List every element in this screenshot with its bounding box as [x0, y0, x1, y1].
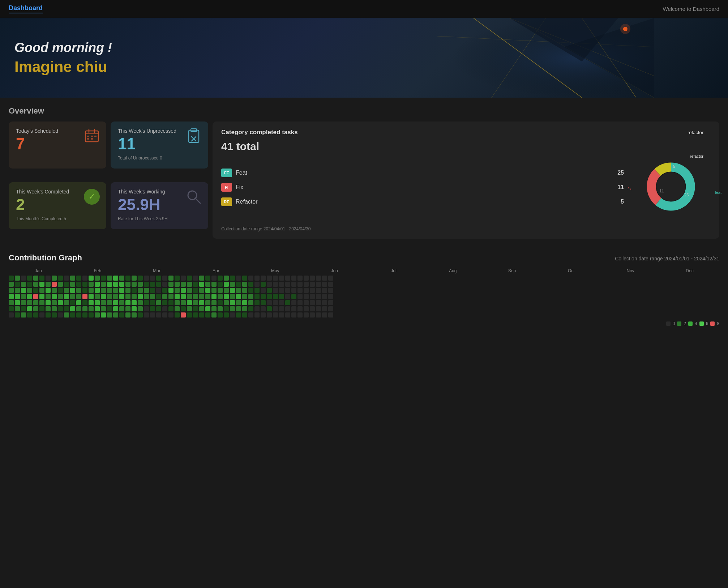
contrib-cell[interactable] [193, 282, 198, 287]
contrib-cell[interactable] [285, 276, 290, 281]
contrib-cell[interactable] [273, 306, 278, 311]
contrib-cell[interactable] [119, 306, 124, 311]
contrib-cell[interactable] [304, 276, 309, 281]
contrib-cell[interactable] [107, 300, 112, 305]
contrib-cell[interactable] [138, 306, 143, 311]
contrib-cell[interactable] [58, 294, 63, 299]
contrib-cell[interactable] [224, 300, 229, 305]
contrib-cell[interactable] [328, 276, 333, 281]
contrib-cell[interactable] [27, 276, 32, 281]
contrib-cell[interactable] [70, 306, 75, 311]
contrib-cell[interactable] [156, 288, 161, 293]
contrib-cell[interactable] [82, 282, 87, 287]
contrib-cell[interactable] [236, 306, 241, 311]
contrib-cell[interactable] [138, 312, 143, 318]
contrib-cell[interactable] [21, 288, 26, 293]
contrib-cell[interactable] [248, 294, 253, 299]
contrib-cell[interactable] [82, 300, 87, 305]
contrib-cell[interactable] [279, 306, 284, 311]
contrib-cell[interactable] [107, 294, 112, 299]
contrib-cell[interactable] [193, 276, 198, 281]
contrib-cell[interactable] [21, 294, 26, 299]
contrib-cell[interactable] [230, 306, 235, 311]
contrib-cell[interactable] [33, 306, 38, 311]
contrib-cell[interactable] [9, 282, 14, 287]
contrib-cell[interactable] [113, 276, 118, 281]
contrib-cell[interactable] [52, 300, 57, 305]
contrib-cell[interactable] [21, 300, 26, 305]
contrib-cell[interactable] [150, 288, 155, 293]
contrib-cell[interactable] [297, 282, 303, 287]
contrib-cell[interactable] [58, 300, 63, 305]
contrib-cell[interactable] [279, 300, 284, 305]
contrib-cell[interactable] [199, 300, 204, 305]
contrib-cell[interactable] [9, 288, 14, 293]
contrib-cell[interactable] [322, 288, 327, 293]
contrib-cell[interactable] [304, 312, 309, 318]
contrib-cell[interactable] [248, 288, 253, 293]
contrib-cell[interactable] [138, 294, 143, 299]
contrib-cell[interactable] [181, 312, 186, 318]
contrib-cell[interactable] [27, 294, 32, 299]
contrib-cell[interactable] [199, 282, 204, 287]
contrib-cell[interactable] [211, 312, 217, 318]
contrib-cell[interactable] [95, 282, 100, 287]
contrib-cell[interactable] [21, 312, 26, 318]
contrib-cell[interactable] [150, 282, 155, 287]
contrib-cell[interactable] [261, 288, 266, 293]
contrib-cell[interactable] [261, 294, 266, 299]
contrib-cell[interactable] [310, 294, 315, 299]
contrib-cell[interactable] [254, 282, 260, 287]
contrib-cell[interactable] [46, 312, 51, 318]
contrib-cell[interactable] [224, 312, 229, 318]
contrib-cell[interactable] [101, 276, 106, 281]
contrib-cell[interactable] [70, 294, 75, 299]
contrib-cell[interactable] [156, 312, 161, 318]
contrib-cell[interactable] [64, 276, 69, 281]
contrib-cell[interactable] [310, 312, 315, 318]
contrib-cell[interactable] [119, 312, 124, 318]
contrib-cell[interactable] [267, 294, 272, 299]
contrib-cell[interactable] [150, 276, 155, 281]
contrib-cell[interactable] [297, 312, 303, 318]
contrib-cell[interactable] [242, 276, 247, 281]
contrib-cell[interactable] [107, 282, 112, 287]
contrib-cell[interactable] [291, 282, 296, 287]
contrib-cell[interactable] [285, 294, 290, 299]
contrib-cell[interactable] [95, 312, 100, 318]
contrib-cell[interactable] [168, 276, 174, 281]
contrib-cell[interactable] [46, 276, 51, 281]
contrib-cell[interactable] [168, 312, 174, 318]
contrib-cell[interactable] [175, 288, 180, 293]
contrib-cell[interactable] [297, 306, 303, 311]
contrib-cell[interactable] [285, 300, 290, 305]
contrib-cell[interactable] [187, 276, 192, 281]
contrib-cell[interactable] [52, 312, 57, 318]
contrib-cell[interactable] [181, 276, 186, 281]
contrib-cell[interactable] [82, 276, 87, 281]
contrib-cell[interactable] [267, 288, 272, 293]
contrib-cell[interactable] [254, 288, 260, 293]
contrib-cell[interactable] [125, 276, 130, 281]
contrib-cell[interactable] [205, 312, 210, 318]
contrib-cell[interactable] [9, 312, 14, 318]
contrib-cell[interactable] [113, 282, 118, 287]
contrib-cell[interactable] [254, 300, 260, 305]
contrib-cell[interactable] [156, 276, 161, 281]
contrib-cell[interactable] [144, 288, 149, 293]
contrib-cell[interactable] [199, 288, 204, 293]
contrib-cell[interactable] [218, 306, 223, 311]
contrib-cell[interactable] [33, 288, 38, 293]
contrib-cell[interactable] [156, 294, 161, 299]
contrib-cell[interactable] [156, 306, 161, 311]
contrib-cell[interactable] [242, 294, 247, 299]
contrib-cell[interactable] [144, 282, 149, 287]
contrib-cell[interactable] [64, 288, 69, 293]
contrib-cell[interactable] [58, 276, 63, 281]
contrib-cell[interactable] [33, 312, 38, 318]
contrib-cell[interactable] [39, 312, 44, 318]
contrib-cell[interactable] [107, 312, 112, 318]
contrib-cell[interactable] [322, 294, 327, 299]
contrib-cell[interactable] [64, 306, 69, 311]
contrib-cell[interactable] [162, 282, 167, 287]
